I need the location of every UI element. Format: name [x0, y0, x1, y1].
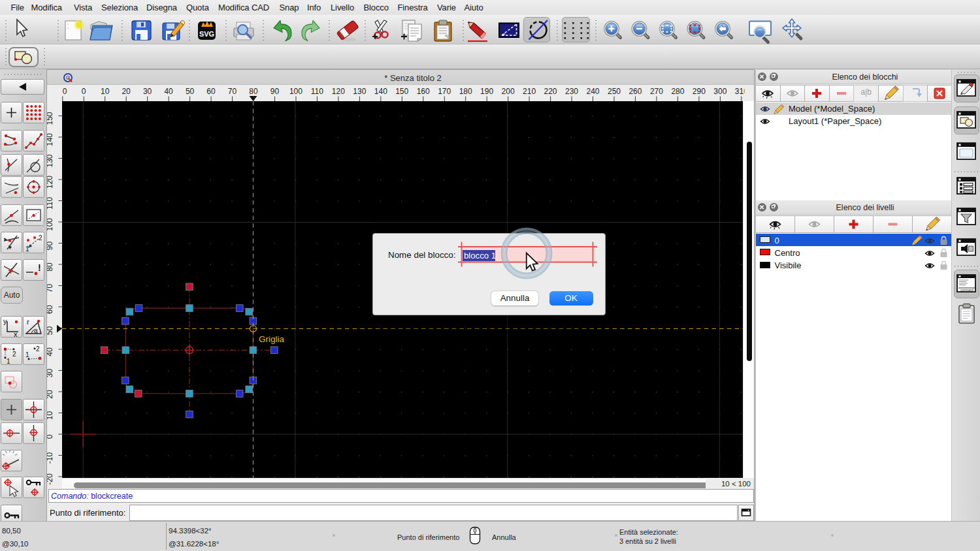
svg-text:a: a	[34, 327, 38, 334]
svg-text:Griglia: Griglia	[259, 334, 285, 344]
svg-text:290: 290	[693, 87, 706, 96]
svg-text:260: 260	[629, 87, 642, 96]
svg-text:70: 70	[47, 284, 54, 293]
svg-text:1: 1	[25, 351, 29, 358]
svg-text:90: 90	[270, 87, 280, 96]
svg-text:40: 40	[47, 347, 54, 356]
svg-text:2: 2	[36, 345, 40, 353]
svg-text:250: 250	[608, 87, 621, 96]
svg-text:80: 80	[249, 87, 258, 96]
svg-text:10: 10	[47, 411, 54, 420]
svg-text:230: 230	[565, 87, 578, 96]
svg-text:70: 70	[228, 87, 237, 96]
svg-text:y: y	[3, 317, 7, 325]
svg-text:30: 30	[47, 369, 54, 378]
svg-text:60: 60	[206, 87, 216, 96]
svg-text:220: 220	[544, 87, 557, 96]
svg-text:100: 100	[47, 218, 54, 231]
svg-text:60: 60	[47, 305, 54, 314]
svg-text:110: 110	[47, 197, 54, 210]
svg-text:2: 2	[39, 234, 42, 242]
svg-text:270: 270	[650, 87, 663, 96]
svg-text:160: 160	[417, 87, 430, 96]
svg-text:50: 50	[47, 326, 54, 336]
svg-text:20: 20	[122, 87, 131, 96]
svg-text:r: r	[27, 318, 29, 326]
svg-text:280: 280	[671, 87, 684, 96]
svg-text:200: 200	[502, 87, 515, 96]
svg-text:10: 10	[101, 87, 110, 96]
svg-text:2: 2	[12, 351, 16, 358]
svg-text:190: 190	[480, 87, 493, 96]
svg-text:command: command	[960, 289, 973, 292]
svg-text:140: 140	[47, 133, 54, 146]
svg-text:150: 150	[395, 87, 408, 96]
svg-text:20: 20	[47, 390, 54, 399]
svg-text:0: 0	[82, 87, 86, 96]
svg-text:150: 150	[47, 112, 54, 125]
svg-text:SVG: SVG	[199, 30, 214, 38]
svg-text:110: 110	[311, 87, 323, 96]
svg-text:300: 300	[713, 87, 727, 96]
svg-text:170: 170	[438, 87, 451, 96]
svg-text:80: 80	[47, 262, 54, 272]
svg-text:120: 120	[47, 176, 54, 189]
svg-text:40: 40	[164, 87, 173, 96]
svg-text:30: 30	[143, 87, 152, 96]
svg-text:90: 90	[47, 242, 54, 251]
svg-text:120: 120	[332, 87, 345, 96]
svg-text:240: 240	[586, 87, 599, 96]
svg-text:100: 100	[289, 87, 302, 96]
svg-text:50: 50	[186, 87, 195, 96]
svg-text:!: !	[38, 262, 41, 273]
svg-text:210: 210	[523, 87, 536, 96]
svg-text:0: 0	[47, 434, 54, 439]
svg-text:x: x	[14, 330, 18, 337]
svg-text:140: 140	[374, 87, 387, 96]
svg-text:1: 1	[7, 358, 10, 364]
svg-text:180: 180	[459, 87, 472, 96]
svg-text:130: 130	[47, 154, 54, 167]
svg-text:-20: -20	[47, 473, 54, 485]
svg-text:-10: -10	[47, 452, 54, 464]
svg-text:130: 130	[353, 87, 366, 96]
svg-text:0: 0	[63, 87, 67, 96]
